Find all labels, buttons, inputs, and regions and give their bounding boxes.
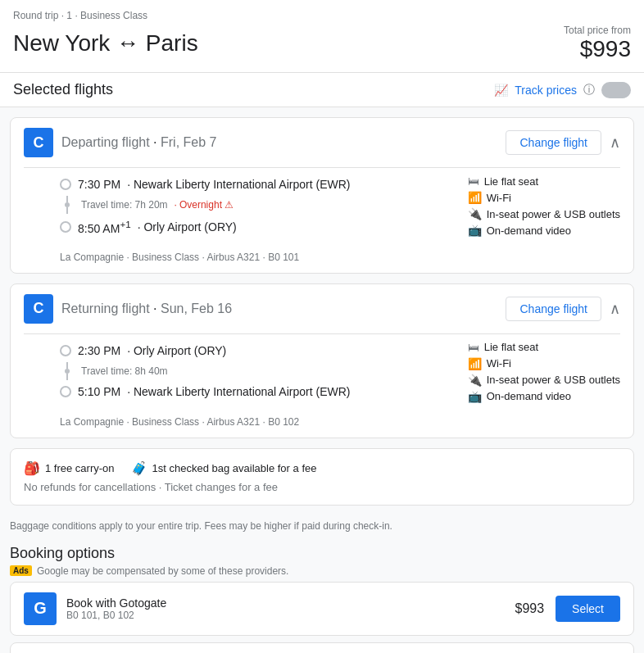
gotogate-select-button[interactable]: Select — [556, 596, 620, 622]
gotogate-option: G Book with Gotogate B0 101, B0 102 $993… — [10, 582, 634, 636]
no-refund-row: No refunds for cancellations · Ticket ch… — [24, 481, 620, 493]
page-title: New York ↔ Paris — [13, 30, 198, 57]
checked-bag-label: 1st checked bag available for a fee — [152, 462, 317, 474]
return-amenity-video: 📺 On-demand video — [468, 390, 620, 403]
baggage-row: 🎒 1 free carry-on 🧳 1st checked bag avai… — [24, 460, 620, 476]
checked-bag-item: 🧳 1st checked bag available for a fee — [131, 460, 317, 476]
return-dest-airport: · Newark Liberty International Airport (… — [127, 385, 350, 398]
power-icon: 🔌 — [468, 207, 482, 220]
header-meta: Round trip · 1 · Business Class — [13, 10, 631, 21]
depart-travel-time: Travel time: 7h 20m — [81, 199, 168, 211]
booking-options-title: Booking options — [10, 545, 634, 562]
return-travel-time: Travel time: 8h 40m — [81, 365, 168, 377]
gotogate-price: $993 — [515, 601, 544, 616]
departing-airline-logo: C — [24, 128, 53, 157]
return-origin-airport: · Orly Airport (ORY) — [127, 344, 226, 357]
checked-bag-icon: 🧳 — [131, 460, 147, 476]
returning-flight-card: C Returning flight · Sun, Feb 16 Change … — [10, 283, 634, 438]
returning-amenities: 🛏 Lie flat seat 📶 Wi-Fi 🔌 In-seat power … — [451, 341, 620, 403]
depart-dest-time: 8:50 AM+1 — [78, 219, 131, 235]
baggage-note: Baggage conditions apply to your entire … — [0, 515, 644, 537]
ads-badge: Ads — [10, 565, 32, 576]
gotogate-logo: G — [24, 592, 57, 625]
return-dest-circle — [60, 386, 71, 397]
total-price-label: Total price from — [564, 25, 631, 36]
departing-flight-meta: La Compagnie · Business Class · Airbus A… — [11, 248, 633, 273]
return-amenity-power: 🔌 In-seat power & USB outlets — [468, 374, 620, 387]
track-prices-button[interactable]: Track prices — [515, 84, 577, 97]
returning-flight-details: 2:30 PM · Orly Airport (ORY) Travel time… — [11, 334, 633, 413]
total-price-value: $993 — [564, 36, 631, 62]
return-power-icon: 🔌 — [468, 374, 482, 387]
carry-on-label: 1 free carry-on — [45, 462, 115, 474]
selected-flights-bar: Selected flights 📈 Track prices ⓘ — [0, 73, 644, 107]
departing-change-flight-button[interactable]: Change flight — [506, 130, 601, 155]
track-prices-toggle[interactable] — [601, 82, 631, 98]
returning-flight-title: Returning flight · Sun, Feb 16 — [61, 302, 232, 316]
returning-change-flight-button[interactable]: Change flight — [506, 297, 601, 321]
departing-flight-card: C Departing flight · Fri, Feb 7 Change f… — [10, 117, 634, 274]
amenity-power: 🔌 In-seat power & USB outlets — [468, 207, 620, 220]
amenity-wifi: 📶 Wi-Fi — [468, 191, 620, 204]
return-lie-flat-icon: 🛏 — [468, 341, 479, 354]
returning-flight-header: C Returning flight · Sun, Feb 16 Change … — [11, 284, 633, 333]
selected-flights-label: Selected flights — [13, 81, 113, 98]
wifi-icon: 📶 — [468, 191, 482, 204]
departing-flight-details: 7:30 PM · Newark Liberty International A… — [11, 168, 633, 248]
baggage-card: 🎒 1 free carry-on 🧳 1st checked bag avai… — [10, 448, 634, 506]
track-prices-icon: 📈 — [494, 84, 508, 97]
depart-dest-circle — [60, 221, 71, 233]
depart-origin-airport: · Newark Liberty International Airport (… — [127, 178, 350, 191]
returning-flight-times: 2:30 PM · Orly Airport (ORY) Travel time… — [60, 341, 451, 403]
carry-on-icon: 🎒 — [24, 460, 40, 476]
ads-note: Google may be compensated by some of the… — [37, 565, 289, 577]
departing-amenities: 🛏 Lie flat seat 📶 Wi-Fi 🔌 In-seat power … — [451, 175, 620, 238]
overnight-badge: · Overnight ⚠ — [175, 199, 234, 211]
departing-flight-header: C Departing flight · Fri, Feb 7 Change f… — [11, 118, 633, 167]
gotogate-name: Book with Gotogate — [66, 596, 166, 610]
departing-flight-times: 7:30 PM · Newark Liberty International A… — [60, 175, 451, 238]
total-price-section: Total price from $993 — [564, 25, 631, 62]
departing-flight-title: Departing flight · Fri, Feb 7 — [61, 135, 216, 150]
return-amenity-lie-flat: 🛏 Lie flat seat — [468, 341, 620, 354]
video-icon: 📺 — [468, 224, 482, 237]
returning-flight-meta: La Compagnie · Business Class · Airbus A… — [11, 413, 633, 438]
lie-flat-icon: 🛏 — [468, 175, 479, 188]
return-wifi-icon: 📶 — [468, 357, 482, 370]
departing-collapse-icon[interactable]: ∧ — [610, 134, 620, 152]
depart-origin-time: 7:30 PM — [78, 178, 120, 191]
return-origin-circle — [60, 345, 71, 356]
carry-on-item: 🎒 1 free carry-on — [24, 460, 115, 476]
amenity-video: 📺 On-demand video — [468, 224, 620, 237]
page-header: Round trip · 1 · Business Class New York… — [0, 0, 644, 73]
track-prices-info-icon[interactable]: ⓘ — [583, 83, 595, 97]
gotogate-info: Book with Gotogate B0 101, B0 102 — [66, 596, 166, 621]
return-video-icon: 📺 — [468, 390, 482, 403]
gotogate-flights: B0 101, B0 102 — [66, 610, 166, 621]
depart-dest-airport: · Orly Airport (ORY) — [138, 220, 237, 234]
return-amenity-wifi: 📶 Wi-Fi — [468, 357, 620, 370]
amenity-lie-flat: 🛏 Lie flat seat — [468, 175, 620, 188]
gotogate-right: $993 Select — [515, 596, 620, 622]
returning-collapse-icon[interactable]: ∧ — [610, 300, 620, 318]
booking-options-section: Booking options Ads Google may be compen… — [0, 537, 644, 653]
returning-airline-logo: C — [24, 294, 53, 324]
ads-row: Ads Google may be compensated by some of… — [10, 565, 634, 577]
depart-origin-circle — [60, 179, 71, 190]
return-dest-time: 5:10 PM — [78, 385, 120, 398]
cheapoair-option: 🧡 Book on Google with CheapOair B0 101, … — [10, 642, 634, 653]
return-origin-time: 2:30 PM — [78, 344, 120, 357]
